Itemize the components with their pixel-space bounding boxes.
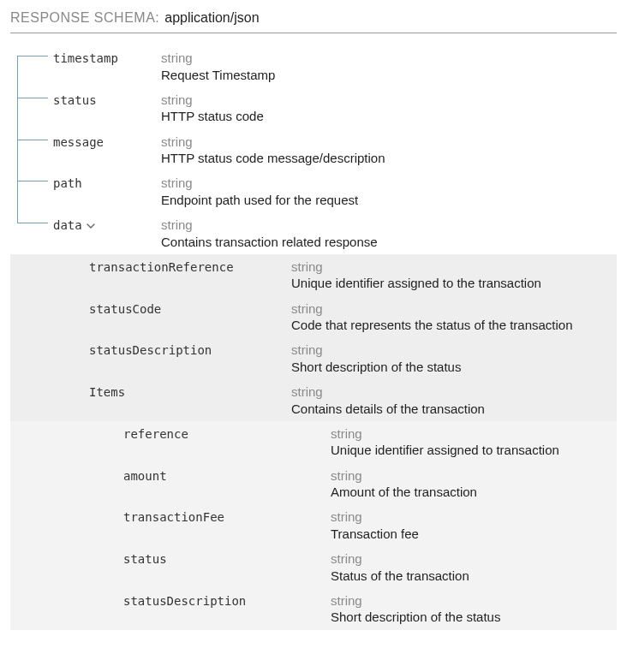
field-status-description: statusDescription string Short descripti… bbox=[10, 337, 617, 379]
field-type: string bbox=[161, 50, 617, 67]
field-name: status bbox=[53, 92, 161, 107]
field-status: status string HTTP status code bbox=[10, 87, 617, 129]
field-reference: reference string Unique identifier assig… bbox=[10, 421, 617, 463]
field-desc: HTTP status code bbox=[161, 108, 617, 125]
field-name: path bbox=[53, 175, 161, 190]
field-type: string bbox=[161, 175, 617, 192]
field-name: message bbox=[53, 134, 161, 149]
field-name: timestamp bbox=[53, 50, 161, 65]
field-desc: Amount of the transaction bbox=[331, 484, 617, 501]
chevron-down-icon[interactable] bbox=[86, 221, 96, 231]
field-name: reference bbox=[123, 425, 331, 441]
field-status-lvl3: status string Status of the transaction bbox=[10, 546, 617, 588]
field-name: Items bbox=[89, 384, 291, 399]
field-desc: Status of the transaction bbox=[331, 568, 617, 585]
field-name: statusCode bbox=[89, 300, 291, 316]
field-desc: Request Timestamp bbox=[161, 67, 617, 84]
field-transaction-fee: transactionFee string Transaction fee bbox=[10, 504, 617, 546]
field-name: transactionFee bbox=[123, 508, 331, 524]
schema-header: RESPONSE SCHEMA:application/json bbox=[10, 7, 617, 33]
field-type: string bbox=[161, 92, 617, 109]
field-type: string bbox=[331, 592, 617, 610]
field-desc: HTTP status code message/description bbox=[161, 150, 617, 167]
field-desc: Unique identifier assigned to the transa… bbox=[291, 275, 617, 292]
field-type: string bbox=[331, 425, 617, 443]
field-type: string bbox=[331, 550, 617, 568]
field-type: string bbox=[291, 259, 617, 276]
field-path: path string Endpoint path used for the r… bbox=[10, 170, 617, 212]
field-desc: Contains transaction related response bbox=[161, 234, 617, 251]
field-type: string bbox=[291, 384, 617, 401]
field-amount: amount string Amount of the transaction bbox=[10, 463, 617, 505]
field-transaction-reference: transactionReference string Unique ident… bbox=[10, 254, 617, 296]
field-message: message string HTTP status code message/… bbox=[10, 129, 617, 171]
field-desc: Contains details of the transaction bbox=[291, 401, 617, 418]
field-type: string bbox=[161, 217, 617, 234]
schema-tree: timestamp string Request Timestamp statu… bbox=[10, 45, 617, 630]
schema-header-label: RESPONSE SCHEMA: bbox=[10, 10, 159, 25]
field-status-code: statusCode string Code that represents t… bbox=[10, 296, 617, 338]
field-name: transactionReference bbox=[89, 259, 291, 274]
field-name: statusDescription bbox=[89, 342, 291, 357]
field-desc: Unique identifier assigned to transactio… bbox=[331, 442, 617, 459]
field-items: Items string Contains details of the tra… bbox=[10, 379, 617, 421]
field-type: string bbox=[161, 134, 617, 151]
field-desc: Code that represents the status of the t… bbox=[291, 317, 617, 334]
field-name: amount bbox=[123, 467, 331, 483]
field-type: string bbox=[291, 342, 617, 359]
field-status-description-lvl3: statusDescription string Short descripti… bbox=[10, 588, 617, 630]
field-data[interactable]: data string Contains transaction related… bbox=[10, 212, 617, 254]
field-name: statusDescription bbox=[123, 592, 331, 608]
field-type: string bbox=[331, 508, 617, 526]
field-name: data bbox=[53, 217, 161, 232]
field-desc: Short description of the status bbox=[331, 609, 617, 626]
field-type: string bbox=[291, 300, 617, 318]
field-desc: Short description of the status bbox=[291, 359, 617, 376]
schema-header-value: application/json bbox=[164, 10, 259, 25]
field-name-label: data bbox=[53, 218, 82, 232]
field-desc: Endpoint path used for the request bbox=[161, 192, 617, 209]
field-desc: Transaction fee bbox=[331, 526, 617, 543]
field-type: string bbox=[331, 467, 617, 485]
field-name: status bbox=[123, 550, 331, 566]
field-timestamp: timestamp string Request Timestamp bbox=[10, 45, 617, 87]
